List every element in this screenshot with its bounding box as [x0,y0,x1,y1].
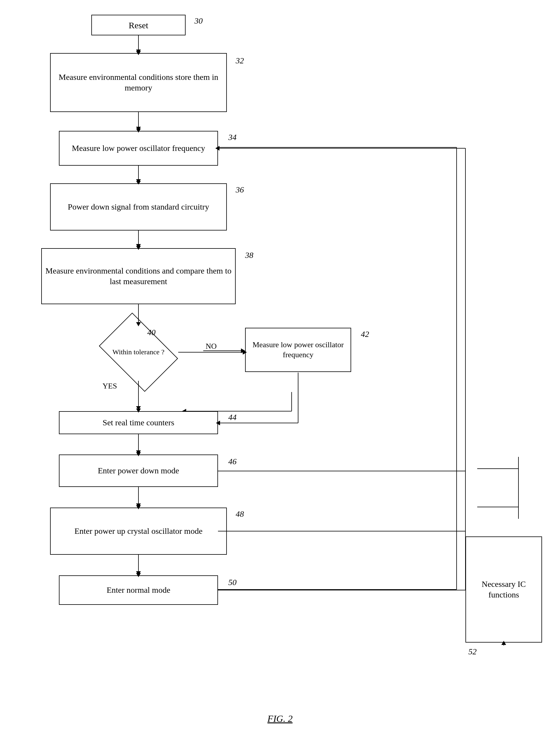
svg-marker-3 [136,127,141,131]
measure-compare-box: Measure environmental conditions and com… [41,248,236,304]
ref-46: 46 [228,457,237,466]
necessary-ic-box: Necessary IC functions [465,537,542,643]
measure-low-power-1-box: Measure low power oscillator frequency [59,131,218,166]
set-real-time-box: Set real time counters [59,411,218,434]
ref-32: 32 [236,56,244,65]
ref-52: 52 [468,647,477,656]
measure-store-box: Measure environmental conditions store t… [50,53,227,112]
enter-power-down-box: Enter power down mode [59,455,218,487]
ref-48: 48 [236,509,244,519]
svg-marker-11 [136,406,141,410]
diagram-container: Reset 30 Measure environmental condition… [0,0,560,736]
ref-36: 36 [236,185,244,194]
ref-30: 30 [194,16,203,26]
svg-marker-7 [136,244,141,248]
svg-marker-13 [241,348,245,353]
svg-marker-5 [136,179,141,183]
ref-44: 44 [228,413,237,422]
within-tolerance-diamond: Within tolerance ? [100,324,177,380]
enter-normal-box: Enter normal mode [59,575,218,605]
ref-38: 38 [245,250,253,260]
enter-power-up-box: Enter power up crystal oscillator mode [50,508,227,555]
figure-caption: FIG. 2 [267,713,293,724]
ref-40: 40 [147,328,156,337]
svg-marker-22 [136,571,141,575]
svg-marker-18 [136,451,141,455]
measure-low-power-2-box: Measure low power oscillator frequency [245,328,351,372]
ref-34: 34 [228,133,237,142]
yes-label: YES [103,382,117,391]
ref-50: 50 [228,578,237,587]
reset-box: Reset [91,15,186,35]
svg-marker-20 [136,504,141,508]
ref-42: 42 [361,329,369,339]
no-label: NO [206,342,217,351]
power-down-signal-box: Power down signal from standard circuitr… [50,183,227,230]
